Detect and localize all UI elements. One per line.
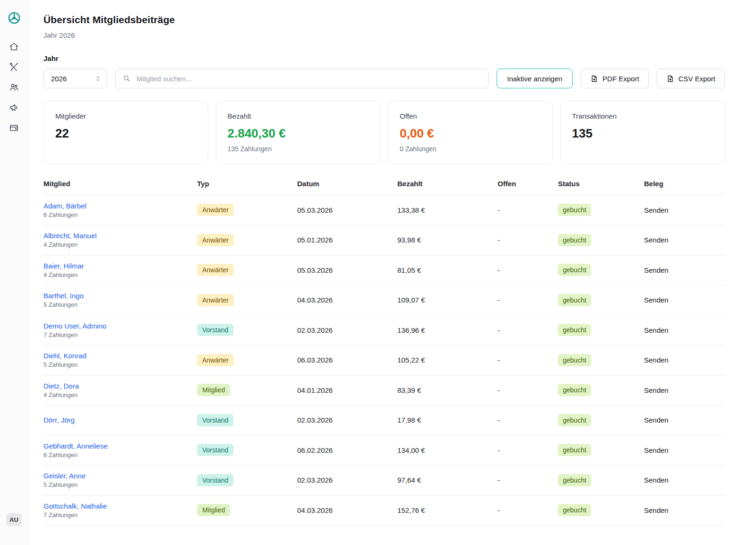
- send-receipt-button[interactable]: Senden: [644, 206, 669, 214]
- status-cell: gebucht: [558, 384, 644, 396]
- paid-amount: 109,07 €: [397, 296, 498, 304]
- wallet-icon[interactable]: [9, 123, 19, 133]
- payment-date: 04.01.2026: [297, 386, 397, 394]
- type-cell: Mitglied: [197, 384, 297, 396]
- table-row: Adam, Bärbel 6 Zahlungen Anwärter 05.03.…: [43, 195, 725, 225]
- card-value: 22: [55, 126, 197, 141]
- member-name-link[interactable]: Demo User, Admino: [43, 322, 191, 330]
- column-header-beleg: Beleg: [644, 180, 725, 188]
- type-cell: Vorstand: [197, 414, 297, 426]
- send-receipt-button[interactable]: Senden: [644, 296, 669, 304]
- members-table: Mitglied Typ Datum Bezahlt Offen Status …: [43, 180, 725, 526]
- open-amount: -: [498, 326, 558, 334]
- send-receipt-button[interactable]: Senden: [644, 386, 669, 394]
- member-type-badge: Vorstand: [197, 414, 233, 426]
- send-receipt-button[interactable]: Senden: [644, 416, 669, 424]
- users-icon[interactable]: [9, 82, 19, 92]
- send-receipt-button[interactable]: Senden: [644, 236, 669, 244]
- receipt-cell: Senden: [644, 326, 725, 334]
- member-payments-count: 7 Zahlungen: [43, 331, 191, 338]
- member-payments-count: 6 Zahlungen: [43, 211, 191, 218]
- type-cell: Vorstand: [197, 444, 297, 456]
- member-cell: Baier, Hilmar 4 Zahlungen: [43, 262, 197, 278]
- table-row: Baier, Hilmar 4 Zahlungen Anwärter 05.03…: [43, 255, 725, 285]
- type-cell: Anwärter: [197, 264, 297, 276]
- paid-amount: 133,38 €: [397, 206, 498, 214]
- member-cell: Dietz, Dora 4 Zahlungen: [43, 382, 197, 398]
- search-icon: [122, 74, 131, 83]
- type-cell: Anwärter: [197, 204, 297, 216]
- send-receipt-button[interactable]: Senden: [644, 506, 669, 514]
- send-receipt-button[interactable]: Senden: [644, 446, 669, 454]
- card-label: Bezahlt: [228, 112, 369, 120]
- member-payments-count: 7 Zahlungen: [43, 511, 191, 519]
- show-inactive-toggle[interactable]: Inaktive anzeigen: [497, 69, 573, 88]
- pdf-export-button[interactable]: PDF Export: [581, 69, 649, 88]
- open-amount: -: [498, 206, 558, 214]
- status-cell: gebucht: [558, 504, 644, 516]
- member-name-link[interactable]: Dietz, Dora: [43, 382, 191, 390]
- home-icon[interactable]: [9, 42, 19, 52]
- member-name-link[interactable]: Gottschalk, Nathalie: [43, 502, 191, 510]
- paid-amount: 81,05 €: [397, 266, 498, 274]
- paid-amount: 134,00 €: [397, 446, 498, 454]
- sidebar: AU: [0, 0, 28, 545]
- csv-export-button[interactable]: CSV Export: [657, 69, 725, 88]
- member-name-link[interactable]: Adam, Bärbel: [43, 202, 191, 210]
- type-cell: Vorstand: [197, 474, 297, 486]
- app-logo-icon[interactable]: [8, 11, 21, 25]
- year-filter-label: Jahr: [43, 54, 725, 62]
- table-row: Gottschalk, Nathalie 7 Zahlungen Mitglie…: [43, 495, 725, 526]
- send-receipt-button[interactable]: Senden: [644, 266, 669, 274]
- payment-date: 02.03.2026: [297, 326, 397, 334]
- member-name-link[interactable]: Baier, Hilmar: [43, 262, 191, 270]
- status-cell: gebucht: [558, 474, 644, 486]
- member-name-link[interactable]: Gebhardt, Anneliese: [43, 442, 191, 450]
- chevron-updown-icon: [94, 75, 102, 83]
- member-cell: Albrecht, Manuel 4 Zahlungen: [43, 232, 197, 248]
- send-receipt-button[interactable]: Senden: [644, 356, 669, 364]
- status-badge: gebucht: [558, 444, 591, 456]
- status-badge: gebucht: [558, 414, 591, 426]
- year-select[interactable]: 2026: [43, 69, 107, 88]
- search-input[interactable]: [136, 74, 481, 83]
- status-cell: gebucht: [558, 264, 644, 276]
- year-select-value: 2026: [51, 75, 67, 83]
- megaphone-icon[interactable]: [9, 103, 19, 112]
- member-name-link[interactable]: Diehl, Konrad: [43, 352, 191, 360]
- member-payments-count: 5 Zahlungen: [43, 481, 191, 488]
- send-receipt-button[interactable]: Senden: [644, 476, 669, 484]
- tools-icon[interactable]: [9, 62, 19, 72]
- payment-date: 02.03.2026: [297, 416, 397, 424]
- page-subtitle: Jahr 2026: [43, 31, 725, 39]
- table-row: Geisler, Anne 5 Zahlungen Vorstand 02.03…: [43, 466, 725, 496]
- member-cell: Adam, Bärbel 6 Zahlungen: [43, 202, 197, 218]
- member-payments-count: 4 Zahlungen: [43, 241, 191, 248]
- type-cell: Anwärter: [197, 354, 297, 366]
- member-name-link[interactable]: Dörr, Jörg: [43, 416, 191, 424]
- status-cell: gebucht: [558, 234, 644, 246]
- paid-amount: 17,98 €: [397, 416, 498, 424]
- send-receipt-button[interactable]: Senden: [644, 326, 669, 334]
- status-cell: gebucht: [558, 204, 644, 216]
- controls-bar: 2026 Inaktive anzeigen PDF Expo: [43, 69, 725, 88]
- member-cell: Dörr, Jörg: [43, 416, 197, 424]
- member-name-link[interactable]: Barthel, Ingo: [43, 292, 191, 300]
- payment-date: 05.03.2026: [297, 266, 397, 274]
- file-export-icon: [666, 75, 674, 83]
- card-value: 135: [572, 126, 713, 141]
- member-type-badge: Anwärter: [197, 294, 234, 306]
- member-type-badge: Vorstand: [197, 444, 233, 456]
- member-name-link[interactable]: Geisler, Anne: [43, 472, 191, 480]
- avatar[interactable]: AU: [6, 513, 22, 526]
- card-label: Transaktionen: [572, 112, 713, 120]
- member-name-link[interactable]: Albrecht, Manuel: [43, 232, 191, 240]
- table-header: Mitglied Typ Datum Bezahlt Offen Status …: [43, 180, 725, 195]
- card-value: 2.840,30 €: [228, 126, 369, 141]
- card-sub: 135 Zahlungen: [228, 145, 369, 153]
- status-badge: gebucht: [558, 294, 591, 306]
- page-title: Übersicht Mitgliedsbeiträge: [43, 14, 725, 26]
- payment-date: 02.03.2026: [297, 476, 397, 484]
- open-amount: -: [498, 446, 558, 454]
- table-row: Albrecht, Manuel 4 Zahlungen Anwärter 05…: [43, 225, 725, 256]
